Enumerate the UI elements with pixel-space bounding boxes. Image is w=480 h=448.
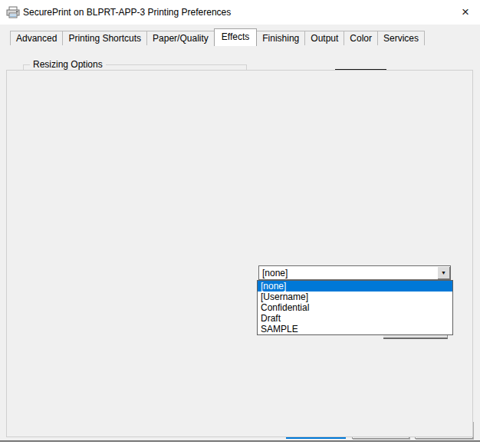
title-bar: SecurePrint on BLPRT-APP-3 Printing Pref… (0, 0, 480, 25)
close-icon: × (462, 5, 469, 19)
tab-finishing[interactable]: Finishing (256, 31, 305, 45)
tab-paper-quality[interactable]: Paper/Quality (146, 31, 215, 45)
printing-preferences-dialog: SecurePrint on BLPRT-APP-3 Printing Pref… (0, 0, 480, 448)
watermark-selected-value: [none] (259, 266, 437, 279)
tab-output[interactable]: Output (304, 31, 344, 45)
window-title: SecurePrint on BLPRT-APP-3 Printing Pref… (23, 0, 231, 25)
watermark-option-confidential[interactable]: Confidential (258, 302, 452, 313)
watermark-select[interactable]: [none] ▼ (258, 265, 451, 280)
tab-services[interactable]: Services (377, 31, 425, 45)
watermark-dropdown-list: [none] [Username] Confidential Draft SAM… (257, 280, 453, 335)
tab-effects[interactable]: Effects (214, 28, 257, 46)
close-button[interactable]: × (454, 3, 477, 21)
tab-color[interactable]: Color (344, 31, 378, 45)
printer-icon (6, 6, 20, 18)
watermark-option-draft[interactable]: Draft (258, 313, 452, 324)
tab-advanced[interactable]: Advanced (10, 31, 63, 45)
watermark-option-sample[interactable]: SAMPLE (258, 324, 452, 334)
tab-page-effects (6, 70, 473, 437)
resizing-options-label: Resizing Options (30, 59, 106, 70)
watermark-dropdown-arrow-icon[interactable]: ▼ (437, 266, 450, 279)
tab-strip: Advanced Printing Shortcuts Paper/Qualit… (10, 30, 424, 45)
dialog-body (0, 25, 480, 442)
watermark-option-username[interactable]: [Username] (258, 292, 452, 302)
watermark-option-none[interactable]: [none] (258, 281, 452, 292)
tab-printing-shortcuts[interactable]: Printing Shortcuts (62, 31, 147, 45)
